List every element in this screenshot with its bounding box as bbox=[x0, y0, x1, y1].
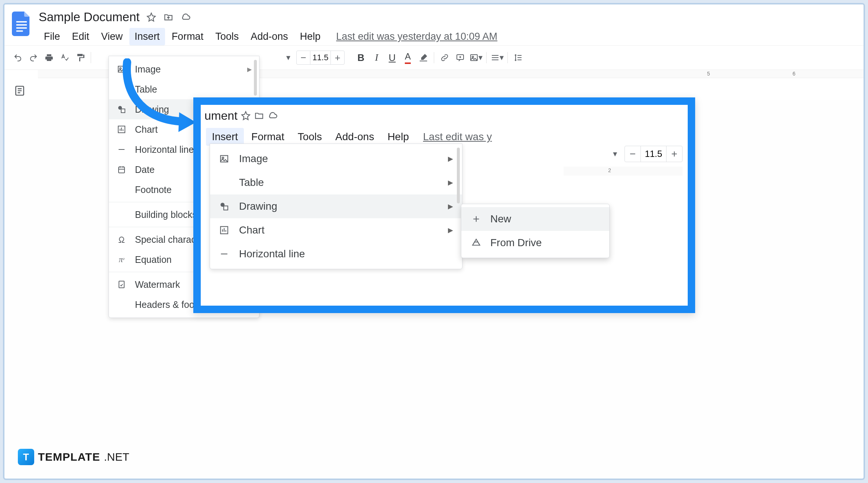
star-icon[interactable] bbox=[146, 12, 157, 22]
last-edit-link[interactable]: Last edit was y bbox=[423, 131, 492, 143]
headers-footers-icon bbox=[116, 299, 127, 310]
svg-point-9 bbox=[120, 68, 121, 69]
menu-format[interactable]: Format bbox=[245, 128, 290, 146]
text-color-button[interactable]: A bbox=[400, 50, 415, 65]
move-folder-icon[interactable] bbox=[254, 110, 264, 121]
menu-item-image[interactable]: Image ▶ bbox=[109, 59, 259, 79]
separator bbox=[91, 52, 91, 63]
horizontal-line-icon bbox=[219, 249, 229, 259]
star-icon[interactable] bbox=[241, 110, 251, 121]
svg-rect-1 bbox=[16, 24, 27, 26]
document-title[interactable]: Sample Document bbox=[39, 10, 139, 24]
redo-icon[interactable] bbox=[26, 50, 41, 65]
table-icon bbox=[219, 177, 229, 188]
separator bbox=[434, 52, 434, 63]
menu-help[interactable]: Help bbox=[295, 28, 326, 45]
horizontal-line-icon bbox=[116, 144, 127, 155]
spellcheck-icon[interactable] bbox=[57, 50, 72, 65]
add-comment-icon[interactable] bbox=[453, 50, 468, 65]
menu-item-label: Date bbox=[135, 164, 155, 175]
svg-rect-18 bbox=[224, 206, 228, 210]
image-icon bbox=[116, 64, 127, 74]
align-button[interactable]: ▾ bbox=[490, 50, 504, 65]
menu-item-label: Drawing bbox=[135, 104, 169, 115]
svg-rect-13 bbox=[119, 167, 125, 173]
underline-button[interactable]: U bbox=[385, 50, 400, 65]
menu-tools[interactable]: Tools bbox=[292, 128, 328, 146]
svg-rect-0 bbox=[16, 21, 27, 23]
drawing-icon bbox=[116, 104, 127, 115]
separator bbox=[507, 52, 508, 63]
submenu-item-label: From Drive bbox=[490, 237, 542, 249]
scrollbar-thumb[interactable] bbox=[254, 60, 257, 96]
footnote-icon bbox=[116, 184, 127, 195]
menu-item-label: Building blocks bbox=[135, 209, 197, 220]
menu-edit[interactable]: Edit bbox=[67, 28, 95, 45]
drawing-icon bbox=[219, 201, 229, 212]
scrollbar-thumb[interactable] bbox=[457, 148, 460, 203]
menu-insert[interactable]: Insert bbox=[129, 28, 165, 45]
menu-tools[interactable]: Tools bbox=[210, 28, 244, 45]
undo-icon[interactable] bbox=[10, 50, 25, 65]
ruler-mark: 6 bbox=[793, 71, 796, 77]
submenu-item-new[interactable]: New bbox=[461, 207, 609, 231]
menu-insert[interactable]: Insert bbox=[206, 128, 244, 146]
svg-point-16 bbox=[222, 157, 224, 159]
svg-rect-2 bbox=[16, 27, 27, 29]
plus-icon bbox=[471, 214, 481, 224]
special-characters-icon bbox=[116, 234, 127, 245]
print-icon[interactable] bbox=[42, 50, 57, 65]
menu-addons[interactable]: Add-ons bbox=[245, 28, 293, 45]
font-size-increase[interactable]: + bbox=[667, 146, 682, 162]
menu-item-chart[interactable]: Chart ▶ bbox=[210, 218, 462, 242]
menu-format[interactable]: Format bbox=[167, 28, 209, 45]
svg-point-6 bbox=[472, 56, 474, 58]
svg-rect-3 bbox=[16, 30, 23, 32]
submenu-arrow-icon: ▶ bbox=[247, 66, 252, 73]
font-size-decrease[interactable]: − bbox=[625, 146, 640, 162]
italic-button[interactable]: I bbox=[369, 50, 384, 65]
menu-item-label: Chart bbox=[135, 124, 158, 135]
bold-button[interactable]: B bbox=[354, 50, 368, 65]
header-bar: Sample Document File Edit View Insert Fo… bbox=[4, 4, 864, 45]
insert-link-icon[interactable] bbox=[437, 50, 452, 65]
cloud-status-icon[interactable] bbox=[267, 110, 278, 121]
menu-help[interactable]: Help bbox=[381, 128, 415, 146]
submenu-item-from-drive[interactable]: From Drive bbox=[461, 231, 609, 255]
drive-icon bbox=[471, 238, 481, 248]
menu-item-label: Table bbox=[239, 177, 264, 189]
docs-logo[interactable] bbox=[10, 9, 33, 39]
font-size-input[interactable] bbox=[310, 51, 331, 64]
table-icon bbox=[116, 84, 127, 94]
menu-item-label: Footnote bbox=[135, 184, 172, 195]
menu-item-drawing[interactable]: Drawing ▶ bbox=[210, 194, 462, 218]
menu-addons[interactable]: Add-ons bbox=[329, 128, 380, 146]
document-outline-icon[interactable] bbox=[14, 85, 29, 100]
move-folder-icon[interactable] bbox=[163, 12, 174, 22]
insert-image-icon[interactable]: ▾ bbox=[468, 50, 483, 65]
menu-item-image[interactable]: Image ▶ bbox=[210, 147, 462, 171]
menu-item-horizontal-line[interactable]: Horizontal line bbox=[210, 242, 462, 266]
font-size-control: − + bbox=[296, 51, 345, 65]
menu-view[interactable]: View bbox=[96, 28, 128, 45]
menu-item-table[interactable]: Table bbox=[109, 79, 259, 99]
font-dropdown-icon[interactable]: ▾ bbox=[281, 50, 296, 65]
font-dropdown-icon[interactable]: ▾ bbox=[607, 146, 622, 161]
ruler-fragment: 2 bbox=[564, 167, 683, 176]
template-net-watermark: T TEMPLATE.NET bbox=[18, 449, 129, 465]
line-spacing-icon[interactable] bbox=[511, 50, 526, 65]
menu-file[interactable]: File bbox=[39, 28, 65, 45]
menu-item-table[interactable]: Table ▶ bbox=[210, 171, 462, 194]
ruler-mark: 2 bbox=[608, 167, 611, 173]
submenu-item-label: New bbox=[490, 213, 511, 225]
highlight-color-button[interactable] bbox=[416, 50, 431, 65]
font-size-decrease[interactable]: − bbox=[297, 51, 310, 64]
font-size-increase[interactable]: + bbox=[331, 51, 344, 64]
cloud-status-icon[interactable] bbox=[180, 12, 191, 22]
font-size-input[interactable] bbox=[640, 146, 667, 162]
last-edit-link[interactable]: Last edit was yesterday at 10:09 AM bbox=[336, 31, 497, 42]
paint-format-icon[interactable] bbox=[73, 50, 88, 65]
chart-icon bbox=[219, 225, 229, 235]
menu-item-label: Watermark bbox=[135, 279, 180, 290]
doc-title-fragment: ument bbox=[204, 109, 238, 123]
